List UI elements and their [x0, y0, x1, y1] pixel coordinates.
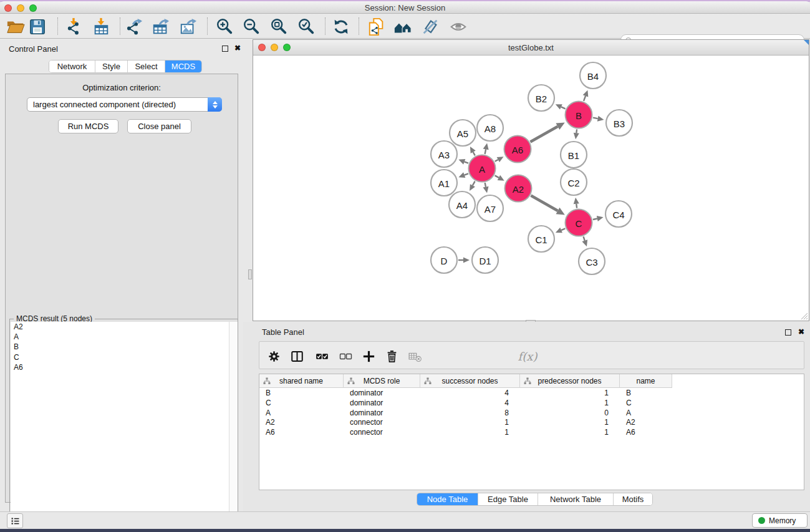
import-table-icon[interactable]: [90, 16, 112, 37]
node-d1[interactable]: D1: [472, 247, 498, 273]
cell-MCDS-role[interactable]: connector: [344, 418, 420, 428]
node-a3[interactable]: A3: [431, 141, 457, 167]
node-b[interactable]: B: [566, 102, 592, 128]
cell-MCDS-role[interactable]: dominator: [344, 389, 420, 399]
edge-A6-B[interactable]: [530, 122, 564, 142]
node-a4[interactable]: A4: [449, 191, 475, 218]
node-b1[interactable]: B1: [561, 142, 587, 168]
float-panel-icon[interactable]: [222, 46, 228, 52]
node-a1[interactable]: A1: [431, 170, 457, 196]
cell-predecessor-nodes[interactable]: 1: [520, 418, 620, 428]
table-row-a6[interactable]: A6connector11A6: [259, 428, 672, 438]
edge-C-C4[interactable]: [593, 216, 604, 221]
node-a2[interactable]: A2: [505, 175, 532, 202]
cell-predecessor-nodes[interactable]: 1: [520, 428, 620, 438]
show-graphics-icon[interactable]: [448, 16, 469, 37]
table-columns-icon[interactable]: [287, 347, 306, 365]
edge-B-B1[interactable]: [574, 129, 579, 139]
node-d[interactable]: D: [431, 247, 457, 273]
node-c2[interactable]: C2: [561, 169, 587, 195]
cell-shared-name[interactable]: A6: [259, 428, 344, 438]
edge-A-A4[interactable]: [470, 181, 475, 191]
edge-A-A1[interactable]: [458, 172, 468, 178]
node-a5[interactable]: A5: [450, 120, 476, 146]
result-item-c[interactable]: C: [11, 352, 238, 362]
edge-A2-C[interactable]: [531, 196, 564, 215]
tab-style[interactable]: Style: [95, 60, 128, 72]
edge-B-B2[interactable]: [556, 104, 566, 109]
tab-mcds[interactable]: MCDS: [165, 60, 201, 72]
cell-name[interactable]: B: [620, 389, 672, 399]
column-header-name[interactable]: name: [620, 374, 672, 388]
tab-network-table[interactable]: Network Table: [538, 493, 614, 505]
node-a8[interactable]: A8: [477, 115, 503, 141]
cell-MCDS-role[interactable]: dominator: [344, 409, 420, 418]
deselect-all-icon[interactable]: [336, 347, 355, 365]
edge-B-B4[interactable]: [583, 90, 589, 100]
table-row-b[interactable]: Bdominator41B: [259, 389, 672, 399]
result-item-a6[interactable]: A6: [11, 362, 238, 372]
zoom-out-icon[interactable]: [241, 16, 262, 37]
column-header-successor-nodes[interactable]: successor nodes: [420, 374, 520, 388]
cell-shared-name[interactable]: B: [259, 389, 344, 399]
close-panel-icon[interactable]: ✖: [234, 45, 241, 51]
node-b2[interactable]: B2: [528, 85, 554, 111]
edge-C-C2[interactable]: [574, 198, 579, 208]
node-b4[interactable]: B4: [580, 62, 606, 89]
close-panel-button[interactable]: Close panel: [127, 119, 191, 133]
cell-predecessor-nodes[interactable]: 1: [520, 399, 620, 409]
node-a6[interactable]: A6: [504, 136, 531, 163]
edge-A-A7[interactable]: [483, 183, 489, 193]
resize-grip-icon[interactable]: [799, 311, 808, 320]
cell-name[interactable]: A2: [620, 418, 672, 428]
export-image-icon[interactable]: [178, 16, 199, 37]
cell-shared-name[interactable]: A2: [259, 418, 344, 428]
tab-motifs[interactable]: Motifs: [614, 493, 652, 505]
cell-predecessor-nodes[interactable]: 0: [520, 409, 620, 418]
zoom-in-icon[interactable]: [214, 16, 235, 37]
tab-network[interactable]: Network: [49, 60, 95, 72]
cell-shared-name[interactable]: C: [259, 399, 344, 409]
import-network-icon[interactable]: [63, 16, 84, 37]
node-a7[interactable]: A7: [477, 195, 503, 221]
edge-A-A3[interactable]: [458, 159, 468, 165]
cell-name[interactable]: A6: [620, 428, 672, 438]
edge-A-A6[interactable]: [495, 157, 504, 162]
cell-name[interactable]: A: [620, 409, 672, 418]
edge-A-A2[interactable]: [495, 175, 504, 181]
tab-select[interactable]: Select: [128, 60, 165, 72]
select-all-icon[interactable]: [312, 347, 331, 365]
zoom-fit-icon[interactable]: [268, 16, 289, 37]
hide-labels-icon[interactable]: [420, 16, 441, 37]
cell-successor-nodes[interactable]: 1: [420, 428, 520, 438]
node-a[interactable]: A: [469, 155, 496, 182]
node-c1[interactable]: C1: [528, 226, 554, 252]
zoom-selected-icon[interactable]: [296, 16, 317, 37]
result-item-a2[interactable]: A2: [11, 322, 238, 332]
network-from-selection-icon[interactable]: [366, 16, 387, 37]
destroy-table-icon[interactable]: [405, 347, 424, 365]
edge-D-D1[interactable]: [458, 257, 470, 263]
select-stepper-icon[interactable]: [208, 97, 222, 112]
cell-name[interactable]: C: [620, 399, 672, 409]
save-session-icon[interactable]: [27, 16, 48, 37]
network-graph-canvas[interactable]: B4B2BB3A8A5A6A3B1AA1C2A2A4A7C4CC1DD1C3: [253, 56, 809, 321]
result-list-scrollbar[interactable]: [229, 322, 238, 532]
result-item-b[interactable]: B: [11, 342, 238, 352]
cell-shared-name[interactable]: A: [259, 409, 344, 418]
run-mcds-button[interactable]: Run MCDS: [58, 119, 118, 133]
cell-MCDS-role[interactable]: connector: [344, 428, 420, 438]
result-item-a[interactable]: A: [11, 332, 238, 342]
split-handle-vertical[interactable]: [248, 269, 252, 279]
update-network-icon[interactable]: [330, 16, 352, 37]
tab-node-table[interactable]: Node Table: [417, 493, 478, 505]
export-network-icon[interactable]: [123, 16, 145, 37]
edge-C-C3[interactable]: [582, 236, 587, 246]
column-header-MCDS-role[interactable]: MCDS role: [344, 374, 420, 388]
mcds-result-list[interactable]: A2ABCA6: [11, 322, 238, 532]
cell-successor-nodes[interactable]: 1: [420, 418, 520, 428]
memory-button[interactable]: Memory: [752, 513, 808, 528]
table-row-a2[interactable]: A2connector11A2: [259, 418, 672, 428]
table-settings-icon[interactable]: [264, 347, 283, 365]
cell-MCDS-role[interactable]: dominator: [344, 399, 420, 409]
